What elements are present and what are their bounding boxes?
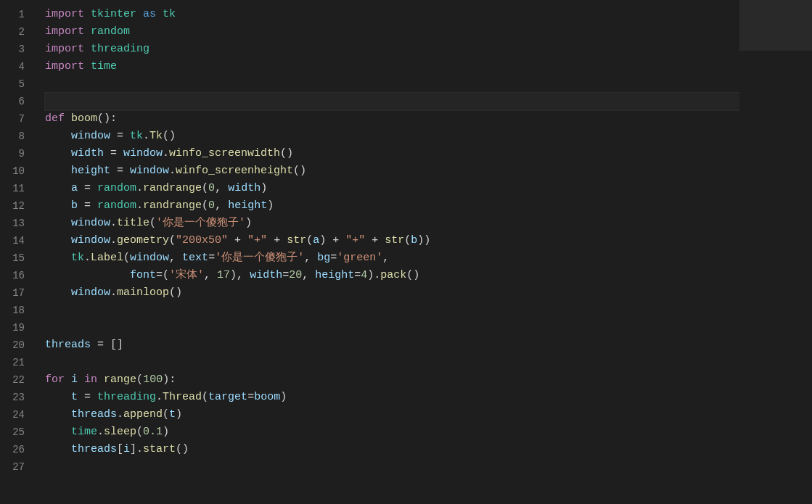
line-number: 10 bbox=[0, 162, 36, 180]
token-op: . bbox=[84, 252, 91, 264]
code-line[interactable] bbox=[45, 458, 739, 476]
token-op: , bbox=[302, 269, 315, 281]
token-var: height bbox=[71, 165, 110, 177]
code-line[interactable]: threads = [] bbox=[45, 336, 739, 354]
token-op bbox=[97, 373, 104, 386]
token-op: . bbox=[110, 217, 117, 229]
code-line[interactable]: font=('宋体', 17), width=20, height=4).pac… bbox=[45, 267, 739, 284]
code-line[interactable]: a = random.randrange(0, width) bbox=[45, 180, 739, 197]
line-number-gutter: 1234567891011121314151617181920212223242… bbox=[0, 0, 36, 504]
token-mod: tkinter bbox=[91, 8, 136, 20]
token-var: width bbox=[250, 269, 282, 281]
token-kw: def bbox=[45, 112, 65, 125]
token-fn: boom bbox=[71, 112, 97, 125]
line-number: 20 bbox=[0, 336, 36, 354]
code-line[interactable]: height = window.winfo_screenheight() bbox=[45, 162, 739, 180]
token-fn: randrange bbox=[143, 182, 202, 194]
token-op: ( bbox=[306, 234, 313, 247]
code-line[interactable] bbox=[45, 75, 739, 93]
code-area[interactable]: import tkinter as tkimport randomimport … bbox=[36, 0, 739, 504]
token-op bbox=[45, 252, 71, 264]
token-op bbox=[84, 8, 91, 20]
token-var: width bbox=[71, 147, 104, 160]
token-op: . bbox=[136, 199, 143, 212]
code-line[interactable]: import random bbox=[45, 23, 739, 41]
token-mod: random bbox=[91, 25, 130, 38]
token-op: ) bbox=[163, 426, 169, 438]
line-number: 23 bbox=[0, 389, 36, 406]
token-kw: in bbox=[84, 373, 97, 386]
code-line[interactable]: def boom(): bbox=[45, 110, 739, 128]
code-line[interactable]: import time bbox=[45, 58, 739, 75]
line-number: 25 bbox=[0, 424, 36, 441]
token-var: threads bbox=[71, 408, 117, 421]
token-op: ( bbox=[404, 234, 411, 247]
token-op: ( bbox=[163, 408, 169, 421]
token-var: target bbox=[208, 391, 247, 403]
token-mod: time bbox=[91, 60, 117, 73]
token-var: font bbox=[130, 269, 156, 281]
line-number: 17 bbox=[0, 284, 36, 302]
token-op bbox=[65, 112, 71, 125]
code-line[interactable] bbox=[45, 302, 739, 319]
code-line[interactable] bbox=[45, 319, 739, 336]
token-kw: import bbox=[45, 8, 84, 20]
token-op bbox=[84, 60, 91, 73]
token-op bbox=[84, 25, 91, 38]
token-var: window bbox=[71, 286, 110, 299]
code-line[interactable]: window = tk.Tk() bbox=[45, 128, 739, 145]
token-op bbox=[84, 43, 91, 55]
code-line[interactable]: threads.append(t) bbox=[45, 406, 739, 424]
token-mod: tk bbox=[130, 130, 143, 142]
token-op: , bbox=[169, 252, 182, 264]
code-line[interactable] bbox=[45, 354, 739, 371]
token-var: a bbox=[71, 182, 78, 194]
token-op: , bbox=[215, 199, 228, 212]
line-number: 19 bbox=[0, 319, 36, 336]
token-op: ) + bbox=[319, 234, 345, 247]
code-line[interactable]: b = random.randrange(0, height) bbox=[45, 197, 739, 215]
token-op: ( bbox=[202, 391, 208, 403]
code-line[interactable]: time.sleep(0.1) bbox=[45, 424, 739, 441]
minimap[interactable] bbox=[739, 0, 812, 504]
token-op: () bbox=[163, 130, 176, 142]
token-var: bg bbox=[317, 252, 330, 264]
token-str: "200x50" bbox=[176, 234, 228, 247]
token-op: = [] bbox=[91, 339, 123, 351]
token-op: = bbox=[354, 269, 361, 281]
code-line[interactable]: window.mainloop() bbox=[45, 284, 739, 302]
token-op bbox=[45, 217, 71, 229]
code-editor[interactable]: 1234567891011121314151617181920212223242… bbox=[0, 0, 812, 504]
code-line[interactable]: t = threading.Thread(target=boom) bbox=[45, 389, 739, 406]
token-num: 100 bbox=[143, 373, 163, 386]
code-line[interactable]: width = window.winfo_screenwidth() bbox=[45, 145, 739, 162]
token-op: . bbox=[136, 182, 143, 194]
token-fn: randrange bbox=[143, 199, 202, 212]
token-mod: time bbox=[71, 426, 97, 438]
token-op: = bbox=[247, 391, 254, 403]
code-line[interactable]: import threading bbox=[45, 41, 739, 58]
token-op: . bbox=[110, 286, 117, 299]
token-kw2: as bbox=[143, 8, 156, 20]
line-number: 18 bbox=[0, 302, 36, 319]
code-line[interactable]: window.title('你是一个傻狍子') bbox=[45, 215, 739, 232]
token-kw: import bbox=[45, 43, 84, 55]
token-mod: tk bbox=[163, 8, 176, 20]
line-number: 4 bbox=[0, 58, 36, 75]
token-op bbox=[45, 426, 71, 438]
code-line[interactable]: tk.Label(window, text='你是一个傻狍子', bg='gre… bbox=[45, 249, 739, 267]
token-var: window bbox=[71, 217, 110, 229]
code-line[interactable] bbox=[45, 93, 739, 110]
token-var: t bbox=[169, 408, 176, 421]
code-line[interactable]: window.geometry("200x50" + "+" + str(a) … bbox=[45, 232, 739, 249]
code-line[interactable]: threads[i].start() bbox=[45, 441, 739, 458]
code-line[interactable]: for i in range(100): bbox=[45, 371, 739, 389]
token-fn: winfo_screenwidth bbox=[169, 147, 280, 160]
token-op: ( bbox=[202, 199, 208, 212]
token-op: . bbox=[163, 147, 169, 160]
minimap-viewport[interactable] bbox=[739, 0, 812, 51]
code-line[interactable]: import tkinter as tk bbox=[45, 6, 739, 23]
token-op: . bbox=[117, 408, 123, 421]
token-op: () bbox=[169, 286, 182, 299]
line-number: 16 bbox=[0, 267, 36, 284]
